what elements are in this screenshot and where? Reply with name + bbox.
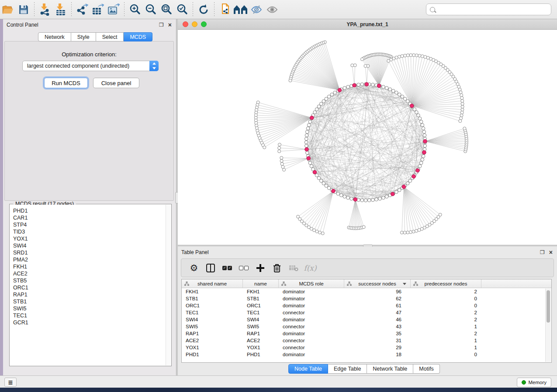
mcds-result-item[interactable]: PMA2 — [13, 256, 166, 263]
ring-node[interactable] — [304, 137, 308, 141]
mcds-result-list[interactable]: PHD1CAR1STP4TID3YOX1SWI4SRD1PMA2FKH1ACE2… — [10, 205, 166, 365]
dropdown-stepper-icon[interactable] — [149, 61, 159, 71]
ring-node[interactable] — [419, 120, 423, 124]
cell-successors[interactable]: 35 — [344, 331, 411, 336]
mcds-result-item[interactable]: RAP1 — [13, 291, 166, 298]
cell-shared_name[interactable]: PHD1 — [182, 352, 243, 357]
mcds-node[interactable] — [365, 83, 369, 86]
ring-node[interactable] — [317, 105, 321, 108]
ring-node[interactable] — [325, 184, 328, 188]
leaf-node[interactable] — [415, 54, 418, 57]
scrollbar-thumb[interactable] — [547, 290, 550, 323]
ring-node[interactable] — [418, 117, 422, 120]
mcds-node[interactable] — [391, 192, 394, 196]
cell-successors[interactable]: 47 — [344, 310, 411, 315]
ring-node[interactable] — [398, 93, 401, 96]
ring-node[interactable] — [322, 100, 325, 103]
leaf-node[interactable] — [424, 55, 427, 58]
leaf-node[interactable] — [278, 150, 281, 153]
ring-node[interactable] — [304, 141, 308, 144]
ring-node[interactable] — [423, 134, 426, 137]
mcds-node[interactable] — [422, 151, 426, 155]
ring-node[interactable] — [408, 179, 412, 182]
leaf-node[interactable] — [460, 96, 464, 100]
leaf-node[interactable] — [283, 168, 286, 171]
cell-shared_name[interactable]: STB1 — [182, 296, 243, 301]
mcds-result-item[interactable]: TID3 — [13, 228, 166, 235]
ring-node[interactable] — [304, 144, 308, 148]
ring-node[interactable] — [406, 182, 409, 185]
leaf-node[interactable] — [360, 58, 363, 61]
mcds-node[interactable] — [402, 185, 406, 189]
hide-selected-icon[interactable] — [249, 2, 264, 17]
mcds-result-item[interactable]: STP4 — [13, 221, 166, 228]
table-row[interactable]: TEC1TEC1connector472 — [182, 309, 551, 316]
memory-button[interactable]: Memory — [517, 378, 551, 387]
mcds-result-item[interactable]: SWI4 — [13, 242, 166, 249]
leaf-node[interactable] — [351, 64, 354, 67]
column-header-successor-nodes[interactable]: successor nodes — [344, 279, 411, 288]
ring-node[interactable] — [308, 120, 312, 124]
traffic-minimize-icon[interactable] — [192, 21, 197, 27]
ring-node[interactable] — [308, 161, 312, 165]
ring-node[interactable] — [421, 158, 424, 162]
cell-shared_name[interactable]: TEC1 — [182, 310, 243, 315]
ring-node[interactable] — [305, 151, 309, 155]
leaf-node[interactable] — [280, 162, 284, 165]
ring-node[interactable] — [343, 195, 346, 199]
cell-shared_name[interactable]: RAP1 — [182, 331, 243, 336]
network-window-titlebar[interactable]: YPA_prune.txt_1 — [178, 19, 557, 30]
leaf-node[interactable] — [461, 108, 464, 111]
table-row[interactable]: FKH1FKH1dominator962 — [182, 288, 551, 295]
cell-shared_name[interactable]: YOX1 — [182, 345, 243, 350]
cell-shared_name[interactable]: SWI4 — [182, 317, 243, 322]
leaf-node[interactable] — [280, 156, 283, 159]
traffic-close-icon[interactable] — [183, 21, 188, 27]
leaf-node[interactable] — [460, 117, 463, 120]
cell-role[interactable]: dominator — [279, 296, 344, 301]
ring-node[interactable] — [395, 91, 398, 94]
ring-node[interactable] — [382, 196, 385, 199]
leaf-node[interactable] — [404, 54, 407, 57]
leaf-node[interactable] — [278, 146, 281, 149]
close-panel-icon[interactable]: × — [168, 22, 172, 28]
export-network-icon[interactable] — [75, 2, 90, 17]
column-header-shared-name[interactable]: shared name — [182, 279, 243, 288]
ring-node[interactable] — [419, 161, 423, 165]
ring-node[interactable] — [346, 85, 350, 89]
ring-node[interactable] — [367, 199, 371, 202]
cell-successors[interactable]: 43 — [344, 324, 411, 329]
mcds-node[interactable] — [305, 148, 309, 151]
mcds-node[interactable] — [423, 139, 427, 143]
zoom-selected-icon[interactable] — [175, 2, 190, 17]
ring-node[interactable] — [322, 182, 325, 185]
mcds-result-item[interactable]: SWI5 — [13, 305, 166, 312]
leaf-node[interactable] — [406, 231, 409, 234]
leaf-node[interactable] — [439, 213, 442, 216]
ring-node[interactable] — [319, 102, 323, 106]
ring-node[interactable] — [360, 83, 364, 86]
ring-node[interactable] — [388, 88, 392, 91]
ring-node[interactable] — [327, 186, 331, 190]
cell-name[interactable]: YOX1 — [243, 345, 279, 350]
mcds-node[interactable] — [353, 83, 356, 87]
ring-node[interactable] — [385, 86, 388, 90]
mcds-node[interactable] — [412, 175, 416, 179]
mcds-result-item[interactable]: STB5 — [13, 277, 166, 284]
table-row[interactable]: YOX1YOX1connector291 — [182, 344, 551, 351]
ring-node[interactable] — [422, 127, 425, 130]
cell-successors[interactable]: 62 — [344, 296, 411, 301]
mcds-result-item[interactable]: GCR1 — [13, 319, 166, 326]
cell-role[interactable]: connector — [279, 324, 344, 329]
select-all-columns-icon[interactable]: ✓✓ — [221, 261, 234, 275]
cell-predecessors[interactable]: 2 — [411, 289, 481, 294]
ring-node[interactable] — [401, 95, 404, 99]
leaf-node[interactable] — [460, 114, 463, 117]
zoom-out-icon[interactable] — [143, 2, 158, 17]
table-settings-gear-icon[interactable]: ⚙ — [187, 261, 201, 275]
leaf-node[interactable] — [401, 55, 404, 58]
close-panel-icon[interactable]: × — [549, 250, 553, 255]
leaf-node[interactable] — [400, 231, 403, 234]
ring-node[interactable] — [319, 179, 323, 182]
import-table-icon[interactable] — [53, 2, 68, 17]
